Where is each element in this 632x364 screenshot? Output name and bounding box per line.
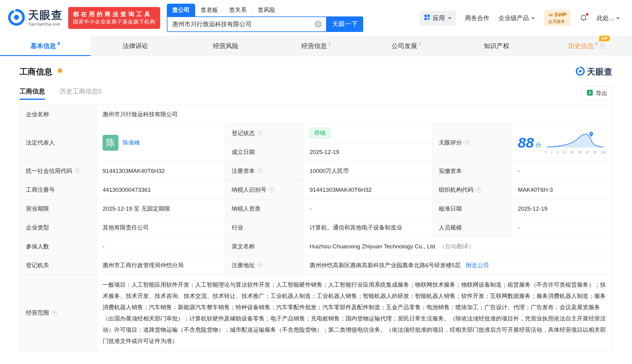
- help-icon[interactable]: ?: [464, 140, 470, 145]
- subtab-business-info[interactable]: 工商信息: [19, 87, 45, 100]
- tab-operating-risk[interactable]: 经营风险: [181, 36, 271, 56]
- company-section-tabs: 基本信息 8 法律诉讼 经营风险 经营信息 1 公司发展 1 知识产权: [0, 36, 632, 56]
- apps-label: 应用: [433, 14, 445, 22]
- apps-grid-icon: [424, 14, 430, 22]
- search-tab-boss[interactable]: 查老板: [195, 4, 223, 16]
- subtab-history-business-info[interactable]: 历史工商信息0: [60, 87, 102, 100]
- tab-history-info[interactable]: 历史信息 4 ? VIP: [542, 36, 632, 56]
- field-value-approval-date: 2025-12-19: [512, 199, 613, 218]
- field-label-taxpayer-quality: 纳税人资质: [226, 199, 304, 218]
- nearby-companies-link[interactable]: 附近公司: [466, 262, 489, 268]
- field-value-company-type: 其他有限责任公司: [97, 218, 226, 237]
- help-icon[interactable]: ?: [269, 187, 274, 193]
- svip-member-button[interactable]: SVIP 会员服务: [544, 10, 571, 26]
- status-badge: 存续: [310, 128, 330, 138]
- chevron-down-icon: [531, 17, 535, 19]
- score-axis-labels: 0131550859799100: [545, 151, 606, 154]
- field-label-reg-address: 注册地址 ?: [226, 256, 304, 275]
- search-tab-company[interactable]: 查公司: [167, 4, 195, 16]
- field-label-taxpayer-id: 纳税人识别号 ?: [226, 180, 304, 199]
- business-info-table: 企业名称 惠州市川行致远科技有限公司 法定代表人 陈 陈俊峰 登记状态: [19, 105, 613, 351]
- search-button[interactable]: 天眼一下: [327, 16, 363, 32]
- search-tab-risk[interactable]: 查风险: [252, 4, 281, 16]
- section-title: 工商信息: [19, 66, 52, 77]
- help-icon[interactable]: ?: [51, 310, 57, 316]
- field-value-reg-address: 惠州仲恺高新区惠南高新科技产业园惠泰北路6号研发楼5层 附近公司: [304, 256, 613, 275]
- search-tabs: 查公司 查老板 查关系 查风险: [167, 4, 363, 16]
- auto-translate-note: （自动翻译）: [439, 243, 474, 250]
- field-label-credit-code: 统一社会信用代码 ?: [20, 162, 97, 180]
- field-label-establish-date: 成立日期: [226, 143, 304, 162]
- field-value-taxpayer-id: 91441303MAK40T6H32: [304, 180, 433, 199]
- watermark-brand-text: 天眼查: [587, 66, 613, 77]
- field-label-reg-capital: 注册资本 ?: [226, 162, 304, 180]
- field-value-establish-date: 2025-12-19: [304, 143, 433, 162]
- subscribe-bell-icon[interactable]: [56, 67, 64, 76]
- field-value-reg-authority: 惠州市工商行政管理局仲恺分局: [97, 256, 226, 275]
- tab-legal-proceedings[interactable]: 法律诉讼: [90, 36, 181, 56]
- field-label-reg-authority: 登记机关: [20, 256, 97, 275]
- tab-label: 公司发展: [391, 42, 417, 50]
- help-icon[interactable]: ?: [476, 187, 481, 193]
- business-info-section: 工商信息 天眼查 工商信息: [0, 56, 632, 351]
- field-value-industry: 计算机、通信和其他电子设备制造业: [304, 218, 433, 237]
- table-row: 法定代表人 陈 陈俊峰 登记状态 ? 存续: [20, 124, 613, 143]
- tianyancha-company-page: 天眼查 TianYanCha.com 都在用的商业查询工具 国家中小企业发展子基…: [0, 0, 632, 364]
- search-tab-relation[interactable]: 查关系: [224, 4, 252, 16]
- business-cooperation-link[interactable]: 商务合作: [465, 14, 490, 22]
- tab-basic-info[interactable]: 基本信息 8: [0, 36, 90, 56]
- field-label-paid-capital: 实缴资本: [433, 162, 512, 180]
- svg-text:X: X: [588, 91, 591, 95]
- field-value-credit-code: 91441303MAK40T6H32: [97, 162, 226, 180]
- notification-bell-icon[interactable]: [580, 14, 588, 22]
- legal-rep-name-link[interactable]: 陈俊峰: [123, 139, 140, 147]
- enterprise-products-menu[interactable]: 企业级产品: [499, 14, 535, 22]
- field-label-industry: 行业: [226, 218, 304, 237]
- field-label-company-name: 企业名称: [20, 105, 97, 124]
- crown-icon: [548, 12, 553, 18]
- user-menu[interactable]: 此处...: [597, 14, 620, 22]
- help-icon[interactable]: ?: [257, 130, 263, 136]
- apps-menu[interactable]: 应用: [420, 11, 456, 26]
- table-row: 统一社会信用代码 ? 91441303MAK40T6H32 注册资本 ? 100…: [20, 162, 613, 180]
- field-value-business-scope: 一般项目：人工智能应用软件开发；人工智能理论与算法软件开发；人工智能硬件销售；人…: [97, 275, 613, 351]
- field-value-english-name: Huizhou Chuanxing Zhiyuan Technology Co.…: [304, 237, 613, 256]
- tab-count: 1: [419, 41, 421, 46]
- help-icon[interactable]: ?: [74, 168, 80, 174]
- clear-search-icon[interactable]: ×: [314, 20, 322, 28]
- search-input-box: ×: [167, 16, 327, 32]
- field-label-reg-status: 登记状态 ?: [226, 124, 304, 143]
- export-button[interactable]: X 导出: [581, 86, 613, 100]
- help-icon[interactable]: ?: [257, 168, 263, 174]
- field-value-company-name: 惠州市川行致远科技有限公司: [97, 105, 613, 124]
- table-row: 企业类型 其他有限责任公司 行业 计算机、通信和其他电子设备制造业 人员规模 -: [20, 218, 613, 237]
- field-value-insured-count: -: [97, 237, 226, 256]
- search-input[interactable]: [172, 21, 314, 28]
- tab-operating-info[interactable]: 经营信息 1: [271, 36, 361, 56]
- tianyancha-logo-icon: [8, 9, 25, 27]
- tianyancha-logo[interactable]: 天眼查 TianYanCha.com: [8, 9, 63, 27]
- tab-company-development[interactable]: 公司发展 1: [361, 36, 451, 56]
- promo-line1: 都在用的商业查询工具: [73, 10, 155, 19]
- vip-badge: VIP: [599, 36, 610, 41]
- help-icon[interactable]: ?: [600, 43, 606, 49]
- help-icon[interactable]: ?: [257, 262, 263, 268]
- tab-label: 经营风险: [213, 42, 238, 50]
- field-value-score: 88 分 0131550: [512, 124, 613, 162]
- field-label-company-type: 企业类型: [20, 218, 97, 237]
- legal-rep-avatar[interactable]: 陈: [103, 135, 118, 151]
- table-row: 经营范围 ? 一般项目：人工智能应用软件开发；人工智能理论与算法软件开发；人工智…: [20, 275, 613, 351]
- field-value-reg-status: 存续: [304, 124, 433, 143]
- score-value: 88: [518, 135, 534, 150]
- logo-text-cn: 天眼查: [28, 9, 63, 21]
- export-label: 导出: [596, 89, 607, 97]
- svip-sub-label: 会员服务: [548, 19, 567, 24]
- table-row: 工商注册号 441303000473361 纳税人识别号 ? 91441303M…: [20, 180, 613, 199]
- field-value-business-term: 2025-12-19 至 无固定期限: [97, 199, 226, 218]
- field-label-org-code: 组织机构代码 ?: [433, 180, 512, 199]
- svip-label: SVIP: [555, 12, 567, 18]
- field-value-staff-size: -: [512, 218, 613, 237]
- tab-intellectual-property[interactable]: 知识产权: [451, 36, 542, 56]
- tab-count: 8: [58, 41, 60, 46]
- watermark-brand: 天眼查: [576, 66, 613, 77]
